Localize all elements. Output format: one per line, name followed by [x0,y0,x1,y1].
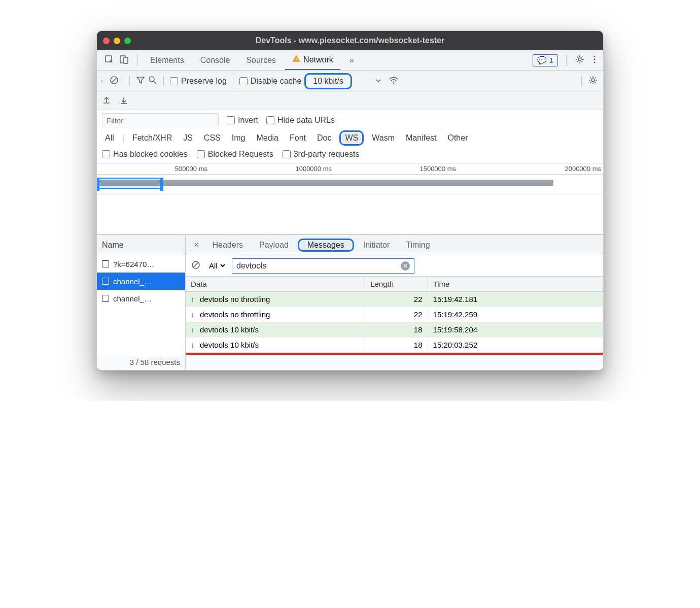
close-window-button[interactable] [103,38,110,44]
message-row[interactable]: ↓devtools 10 kbit/s 18 15:20:03.252 [186,337,603,353]
request-detail: × Headers Payload Messages Initiator Tim… [186,235,603,370]
svg-point-5 [578,58,581,61]
websocket-icon [102,295,109,302]
svg-rect-4 [296,60,296,61]
filter-type-manifest[interactable]: Manifest [403,132,439,144]
svg-line-10 [112,78,117,83]
svg-point-7 [594,58,596,60]
tab-sources[interactable]: Sources [239,50,283,70]
filter-input[interactable] [102,113,219,127]
messages-search-value: devtools [236,261,267,271]
timeline-selection[interactable] [97,178,163,189]
settings-gear-icon[interactable] [575,54,585,66]
third-party-checkbox[interactable]: 3rd-party requests [283,150,360,159]
separator [233,76,233,87]
filter-type-other[interactable]: Other [444,132,471,144]
hide-data-urls-checkbox[interactable]: Hide data URLs [266,116,335,125]
maximize-window-button[interactable] [124,38,131,44]
detail-tab-headers[interactable]: Headers [205,235,250,255]
svg-point-6 [594,55,596,57]
timeline-tick: 1000000 ms [295,165,332,173]
message-row[interactable]: ↑devtools 10 kbit/s 18 15:19:58.204 [186,322,603,337]
messages-direction-select[interactable]: All [206,259,227,273]
detail-tab-messages[interactable]: Messages [300,241,352,250]
svg-line-12 [154,81,156,84]
network-settings-gear-icon[interactable] [588,75,598,87]
detail-tab-timing[interactable]: Timing [399,235,437,255]
network-toolbar-2 [97,92,603,110]
filter-type-js[interactable]: JS [180,132,196,144]
dropdown-caret-icon[interactable] [375,77,381,86]
tab-elements[interactable]: Elements [143,50,191,70]
search-icon[interactable] [148,76,157,87]
minimize-window-button[interactable] [114,38,120,44]
separator [137,54,138,66]
network-toolbar: Preserve log Disable cache 10 kbit/s [97,71,603,92]
messages-table: Data Length Time ↑devtools no throttling… [186,277,603,353]
traffic-lights [103,38,131,44]
filter-type-img[interactable]: Img [229,132,249,144]
filter-type-wasm[interactable]: Wasm [369,132,398,144]
tab-network[interactable]: Network [285,50,340,70]
col-data[interactable]: Data [186,277,365,292]
request-row[interactable]: ?k=62470… [97,255,185,273]
invert-checkbox[interactable]: Invert [227,116,258,125]
detail-tab-payload[interactable]: Payload [252,235,296,255]
svg-point-11 [149,77,154,82]
filter-funnel-icon[interactable] [136,76,145,87]
detail-bottombar [186,355,603,370]
timeline-bar [97,180,553,186]
inspect-tools [101,54,132,66]
message-row[interactable]: ↑devtools no throttling 22 15:19:42.181 [186,292,603,307]
chat-icon: 💬 [537,56,547,65]
filter-type-all[interactable]: All [102,132,117,144]
detail-tab-initiator[interactable]: Initiator [356,235,397,255]
wifi-icon[interactable] [389,76,399,86]
tabs-overflow[interactable]: » [342,50,361,70]
clear-search-icon[interactable]: ✕ [401,261,410,271]
preserve-log-input[interactable] [170,77,178,85]
filter-type-doc[interactable]: Doc [314,132,334,144]
request-row[interactable]: channel_… [97,273,185,290]
preserve-log-label: Preserve log [181,77,227,86]
filter-type-font[interactable]: Font [287,132,309,144]
separator [581,76,582,87]
messages-filter-bar: All devtools ✕ [186,255,603,277]
timeline-tick: 1500000 ms [419,165,456,173]
inspect-element-icon[interactable] [104,54,114,66]
upload-har-icon[interactable] [102,95,111,107]
websocket-icon [102,260,109,267]
filter-type-fetch[interactable]: Fetch/XHR [129,132,175,144]
window-title: DevTools - www.piesocket.com/websocket-t… [97,36,603,45]
requests-split: Name ?k=62470… channel_… channel_… 3 / 5… [97,234,603,370]
warning-icon [292,55,300,65]
panel-tabs: Elements Console Sources Network » 💬 1 [97,50,603,71]
request-row[interactable]: channel_… [97,290,185,307]
blocked-requests-checkbox[interactable]: Blocked Requests [197,150,273,159]
disable-cache-input[interactable] [239,77,248,85]
preserve-log-checkbox[interactable]: Preserve log [170,77,227,86]
close-detail-icon[interactable]: × [190,240,203,250]
filter-type-css[interactable]: CSS [201,132,224,144]
message-row[interactable]: ↓devtools no throttling 22 15:19:42.259 [186,307,603,322]
throttle-select-highlight[interactable]: 10 kbit/s [304,73,352,89]
kebab-menu-icon[interactable] [590,54,599,66]
filter-type-ws[interactable]: WS [342,132,361,144]
col-length[interactable]: Length [365,277,428,292]
device-toolbar-icon[interactable] [119,54,129,66]
download-har-icon[interactable] [119,95,128,107]
col-time[interactable]: Time [428,277,603,292]
disable-cache-label: Disable cache [251,77,302,86]
tab-console[interactable]: Console [193,50,237,70]
devtools-window: DevTools - www.piesocket.com/websocket-t… [96,30,604,370]
svg-rect-3 [296,58,296,60]
clear-icon[interactable] [109,75,119,87]
clear-messages-icon[interactable] [191,260,201,272]
timeline-overview[interactable]: 500000 ms 1000000 ms 1500000 ms 2000000 … [97,163,603,234]
disable-cache-checkbox[interactable]: Disable cache [239,77,302,86]
has-blocked-cookies-checkbox[interactable]: Has blocked cookies [102,150,188,159]
filter-bar: Invert Hide data URLs All | Fetch/XHR JS… [97,110,603,163]
issues-badge[interactable]: 💬 1 [533,54,558,66]
messages-search[interactable]: devtools ✕ [232,258,414,274]
filter-type-media[interactable]: Media [253,132,282,144]
